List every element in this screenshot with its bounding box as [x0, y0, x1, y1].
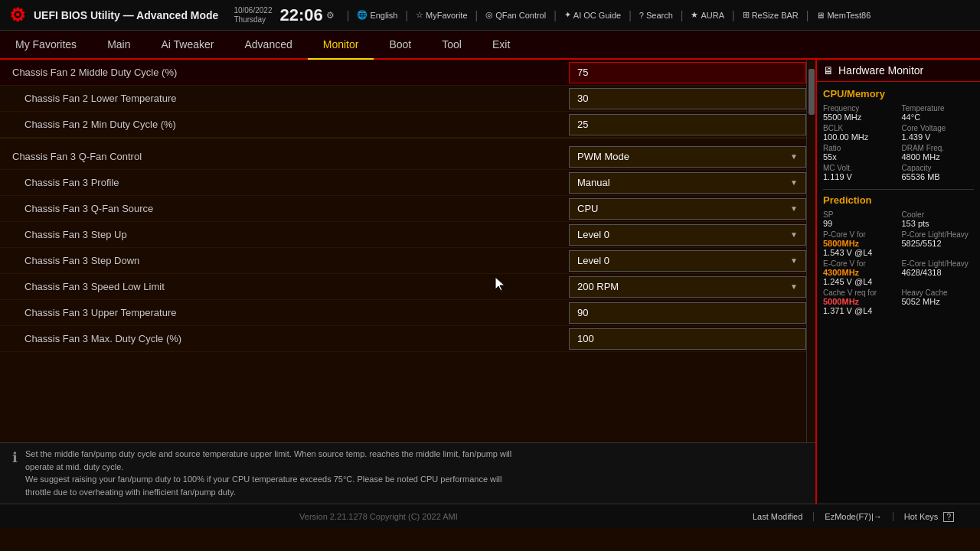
footer: Version 2.21.1278 Copyright (C) 2022 AMI… — [0, 504, 980, 528]
day-display: Thursday — [234, 15, 266, 24]
value-box-highlighted[interactable]: 75 — [569, 62, 806, 83]
setting-value: 25 — [569, 114, 806, 135]
rog-logo: ⚙ — [9, 5, 26, 26]
chevron-down-icon: ▼ — [790, 256, 798, 265]
ratio-label: Ratio 55x — [823, 144, 896, 161]
sep: | — [554, 9, 557, 21]
dropdown[interactable]: PWM Mode ▼ — [569, 146, 806, 168]
bclk-label: BCLK 100.00 MHz — [823, 124, 896, 142]
toolbar-search[interactable]: ? Search — [636, 9, 676, 21]
setting-value: Manual ▼ — [569, 172, 806, 194]
setting-value: Level 0 ▼ — [569, 250, 806, 272]
dropdown[interactable]: Level 0 ▼ — [569, 224, 806, 246]
nav-exit[interactable]: Exit — [477, 31, 525, 60]
pred-row-pcore: P-Core V for 5800MHz 1.543 V @L4 P-Core … — [823, 230, 974, 257]
toolbar-resize-bar[interactable]: ⊞ ReSize BAR — [740, 8, 802, 21]
setting-value: 30 — [569, 88, 806, 109]
pcore-v-freq: 5800MHz — [823, 239, 896, 248]
cache-v-freq: 5000MHz — [823, 297, 896, 306]
last-modified-button[interactable]: Last Modified — [742, 512, 813, 521]
cooler-group: Cooler 153 pts — [902, 210, 975, 228]
toolbar-myfavorite[interactable]: ☆ MyFavorite — [413, 8, 470, 21]
setting-value: PWM Mode ▼ — [569, 146, 806, 168]
value-box[interactable]: 30 — [569, 88, 806, 109]
nav-boot[interactable]: Boot — [374, 31, 426, 60]
bios-title: UEFI BIOS Utility — Advanced Mode — [34, 9, 218, 21]
hw-divider — [823, 189, 974, 190]
table-row: Chassis Fan 3 Step Up Level 0 ▼ — [0, 222, 806, 248]
sep: | — [629, 9, 632, 21]
setting-value: 200 RPM ▼ — [569, 276, 806, 298]
question-box-icon: ? — [943, 512, 954, 522]
fan-icon: ◎ — [485, 10, 493, 20]
dropdown[interactable]: 200 RPM ▼ — [569, 276, 806, 298]
content-with-scroll: Chassis Fan 2 Middle Duty Cycle (%) 75 C… — [0, 60, 815, 442]
value-box[interactable]: 100 — [569, 328, 806, 350]
monitor-icon: 🖥 — [823, 64, 834, 77]
scroll-thumb[interactable] — [808, 69, 815, 115]
chevron-down-icon: ▼ — [790, 230, 798, 239]
setting-label: Chassis Fan 2 Middle Duty Cycle (%) — [0, 62, 569, 83]
hw-monitor-panel: 🖥 Hardware Monitor CPU/Memory Frequency … — [815, 60, 980, 504]
toolbar-aura[interactable]: ★ AURA — [688, 8, 727, 21]
setting-label: Chassis Fan 3 Step Up — [0, 224, 569, 245]
hw-monitor-title: 🖥 Hardware Monitor — [817, 60, 980, 82]
ezmode-button[interactable]: EzMode(F7)|→ — [813, 512, 892, 521]
content-area: Chassis Fan 2 Middle Duty Cycle (%) 75 C… — [0, 60, 815, 504]
ecore-v-freq: 4300MHz — [823, 268, 896, 277]
scrollbar[interactable] — [806, 60, 815, 442]
pred-row-ecore: E-Core V for 4300MHz 1.245 V @L4 E-Core … — [823, 259, 974, 286]
time-display: 22:06 — [279, 7, 322, 24]
sep: | — [347, 9, 350, 21]
nav-my-favorites[interactable]: My Favorites — [0, 31, 92, 60]
chevron-down-icon: ▼ — [790, 282, 798, 291]
setting-value: CPU ▼ — [569, 198, 806, 220]
nav-advanced[interactable]: Advanced — [229, 31, 307, 60]
mc-volt-label: MC Volt. 1.119 V — [823, 164, 896, 181]
toolbar-memtest[interactable]: 🖥 MemTest86 — [813, 9, 874, 21]
question-icon: ? — [639, 11, 644, 20]
dropdown[interactable]: Manual ▼ — [569, 172, 806, 194]
toolbar-english[interactable]: 🌐 English — [354, 8, 400, 21]
dram-freq-label: DRAM Freq. 4800 MHz — [902, 144, 975, 161]
header: ⚙ UEFI BIOS Utility — Advanced Mode 10/0… — [0, 0, 980, 31]
setting-label: Chassis Fan 3 Upper Temperature — [0, 302, 569, 323]
table-row: Chassis Fan 3 Step Down Level 0 ▼ — [0, 248, 806, 274]
datetime: 10/06/2022 Thursday — [234, 6, 272, 24]
nav-monitor[interactable]: Monitor — [308, 31, 374, 60]
section-divider — [0, 138, 806, 144]
dropdown[interactable]: Level 0 ▼ — [569, 250, 806, 272]
cpu-memory-title: CPU/Memory — [823, 88, 974, 99]
nav-bar: My Favorites Main Ai Tweaker Advanced Mo… — [0, 31, 980, 60]
hot-keys-button[interactable]: Hot Keys ? — [893, 512, 965, 521]
logo-area: ⚙ UEFI BIOS Utility — Advanced Mode — [9, 5, 218, 26]
memtest-icon: 🖥 — [816, 11, 825, 20]
main-layout: Chassis Fan 2 Middle Duty Cycle (%) 75 C… — [0, 60, 980, 504]
sep: | — [806, 9, 809, 21]
setting-label: Chassis Fan 2 Min Duty Cycle (%) — [0, 114, 569, 135]
pcore-v-group: P-Core V for 5800MHz 1.543 V @L4 — [823, 230, 896, 257]
heavy-cache-group: Heavy Cache 5052 MHz — [902, 289, 975, 315]
cache-v-group: Cache V req for 5000MHz 1.371 V @L4 — [823, 289, 896, 315]
pcore-lh-group: P-Core Light/Heavy 5825/5512 — [902, 230, 975, 257]
star-icon: ☆ — [416, 10, 423, 20]
toolbar-qfan[interactable]: ◎ QFan Control — [482, 8, 549, 21]
table-row: Chassis Fan 2 Middle Duty Cycle (%) 75 — [0, 60, 806, 86]
value-box[interactable]: 90 — [569, 302, 806, 324]
settings-icon[interactable]: ⚙ — [326, 10, 335, 21]
setting-label: Chassis Fan 3 Speed Low Limit — [0, 276, 569, 297]
dropdown[interactable]: CPU ▼ — [569, 198, 806, 220]
value-box[interactable]: 25 — [569, 114, 806, 135]
toolbar-ai-oc[interactable]: ✦ AI OC Guide — [561, 8, 624, 21]
nav-tool[interactable]: Tool — [426, 31, 477, 60]
nav-ai-tweaker[interactable]: Ai Tweaker — [145, 31, 229, 60]
setting-label: Chassis Fan 2 Lower Temperature — [0, 88, 569, 109]
nav-main[interactable]: Main — [92, 31, 145, 60]
cpu-memory-section: CPU/Memory Frequency 5500 MHz Temperatur… — [823, 88, 974, 181]
setting-label: Chassis Fan 3 Step Down — [0, 250, 569, 271]
sep: | — [681, 9, 684, 21]
sep: | — [405, 9, 408, 21]
pred-row-sp-cooler: SP 99 Cooler 153 pts — [823, 210, 974, 228]
table-row: Chassis Fan 3 Profile Manual ▼ — [0, 170, 806, 196]
ecore-v-group: E-Core V for 4300MHz 1.245 V @L4 — [823, 259, 896, 286]
